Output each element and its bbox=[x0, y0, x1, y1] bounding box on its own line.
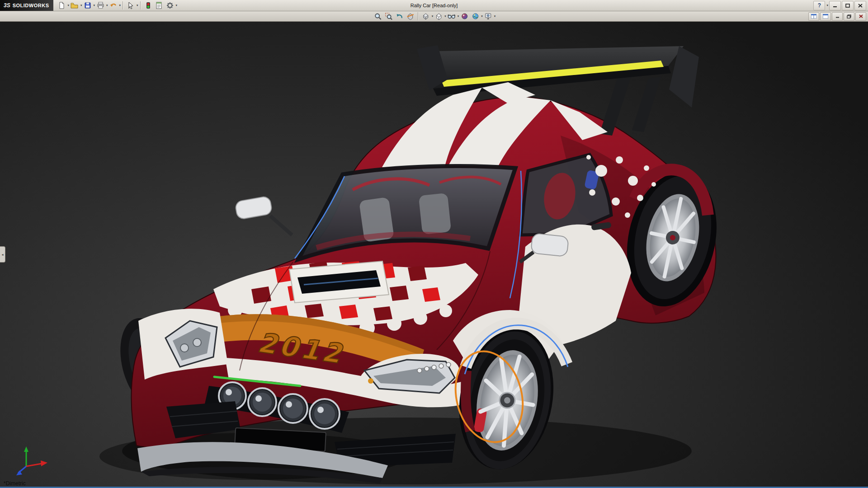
file-properties-icon[interactable] bbox=[154, 0, 164, 10]
rebuild-icon[interactable] bbox=[143, 0, 153, 10]
dropdown-arrow-icon[interactable]: ▾ bbox=[119, 1, 121, 10]
display-style-icon[interactable] bbox=[434, 11, 443, 21]
close-button[interactable] bbox=[854, 1, 866, 10]
close-document-icon[interactable] bbox=[855, 12, 866, 21]
rally-car-model[interactable]: 2012 bbox=[0, 22, 868, 488]
help-label: ? bbox=[818, 2, 821, 9]
zoom-to-area-icon[interactable] bbox=[384, 11, 394, 21]
solidworks-logo: 3S SOLIDWORKS bbox=[0, 0, 53, 11]
graphics-viewport[interactable]: 2012 bbox=[0, 22, 868, 488]
edit-appearance-icon[interactable] bbox=[459, 11, 469, 21]
dropdown-arrow-icon[interactable]: ▾ bbox=[67, 1, 69, 10]
toolbar-separator bbox=[140, 1, 141, 9]
collapse-arrow-icon: ◂ bbox=[1, 253, 3, 257]
view-orientation-icon[interactable] bbox=[421, 11, 431, 21]
print-icon[interactable] bbox=[95, 0, 105, 10]
logo-3s-mark: 3S bbox=[4, 2, 10, 9]
title-bar: 3S SOLIDWORKS ▾ ▾ ▾ ▾ ▾ ▾ bbox=[0, 0, 868, 11]
dropdown-arrow-icon[interactable]: ▾ bbox=[432, 12, 434, 21]
orientation-triad[interactable] bbox=[5, 446, 51, 478]
collapse-panel-tab[interactable]: ◂ bbox=[0, 246, 5, 263]
toolbar-separator bbox=[123, 1, 123, 9]
view-settings-icon[interactable] bbox=[483, 11, 493, 21]
section-view-icon[interactable] bbox=[406, 11, 415, 21]
heads-up-view-toolbar: ▾ ▾ ▾ ▾ ▾ bbox=[373, 11, 496, 21]
dropdown-arrow-icon[interactable]: ▾ bbox=[494, 12, 496, 21]
select-cursor-icon[interactable] bbox=[126, 0, 136, 10]
help-button[interactable]: ? bbox=[813, 1, 825, 10]
new-document-icon[interactable] bbox=[57, 0, 66, 10]
view-orientation-label: *Dimetric bbox=[4, 480, 26, 487]
dropdown-arrow-icon[interactable]: ▾ bbox=[94, 1, 95, 10]
hide-show-items-icon[interactable] bbox=[447, 11, 457, 21]
full-pane-icon[interactable] bbox=[820, 12, 831, 21]
dropdown-arrow-icon[interactable]: ▾ bbox=[106, 1, 108, 10]
solidworks-window: 3S SOLIDWORKS ▾ ▾ ▾ ▾ ▾ ▾ bbox=[0, 0, 868, 488]
window-title: Rally Car [Read-only] bbox=[410, 0, 458, 11]
document-window-controls bbox=[808, 11, 866, 21]
apply-scene-icon[interactable] bbox=[470, 11, 480, 21]
main-toolbar: ▾ ▾ ▾ ▾ ▾ ▾ bbox=[53, 0, 177, 11]
zoom-to-fit-icon[interactable] bbox=[373, 11, 383, 21]
dropdown-arrow-icon[interactable]: ▾ bbox=[80, 1, 82, 10]
logo-brand-text: SOLIDWORKS bbox=[13, 3, 49, 8]
dropdown-arrow-icon[interactable]: ▾ bbox=[458, 12, 459, 21]
mirror-left[interactable] bbox=[235, 196, 292, 235]
dropdown-arrow-icon[interactable]: ▾ bbox=[444, 12, 446, 21]
dropdown-arrow-icon[interactable]: ▾ bbox=[137, 1, 138, 10]
restore-document-icon[interactable] bbox=[844, 12, 854, 21]
minimize-document-icon[interactable] bbox=[832, 12, 843, 21]
undo-icon[interactable] bbox=[108, 0, 118, 10]
minimize-button[interactable] bbox=[829, 1, 841, 10]
maximize-button[interactable] bbox=[842, 1, 854, 10]
open-icon[interactable] bbox=[70, 0, 80, 10]
dropdown-arrow-icon[interactable]: ▾ bbox=[826, 1, 828, 10]
save-icon[interactable] bbox=[83, 0, 93, 10]
split-pane-icon[interactable] bbox=[808, 12, 819, 21]
options-icon[interactable] bbox=[165, 0, 175, 10]
bumper-edge bbox=[466, 371, 470, 431]
dropdown-arrow-icon[interactable]: ▾ bbox=[481, 12, 483, 21]
toolbar-separator bbox=[418, 12, 419, 20]
window-controls: ? ▾ bbox=[813, 0, 866, 11]
dropdown-arrow-icon[interactable]: ▾ bbox=[176, 1, 178, 10]
view-toolbar-bar: ▾ ▾ ▾ ▾ ▾ bbox=[0, 11, 868, 22]
previous-view-icon[interactable] bbox=[395, 11, 405, 21]
